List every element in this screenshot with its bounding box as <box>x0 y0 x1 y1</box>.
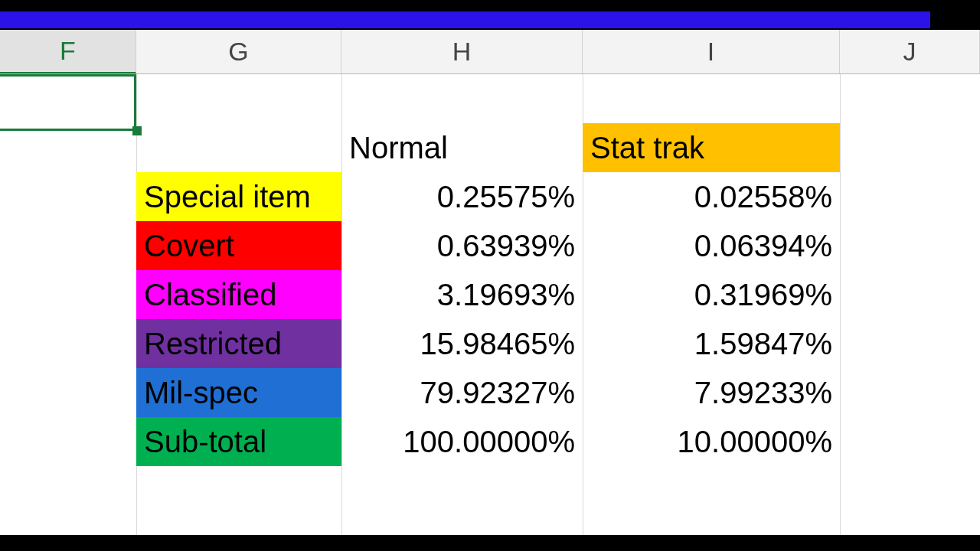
column-headers: F G H I J <box>0 30 980 74</box>
column-header-G[interactable]: G <box>136 30 341 73</box>
cell-stattrak-classified[interactable]: 0.31969% <box>583 270 840 319</box>
header-normal[interactable]: Normal <box>341 123 583 172</box>
cell-normal-covert[interactable]: 0.63939% <box>341 221 583 270</box>
cell-normal-restricted[interactable]: 15.98465% <box>341 319 583 368</box>
label-restricted[interactable]: Restricted <box>136 319 341 368</box>
label-covert[interactable]: Covert <box>136 221 341 270</box>
selected-cell[interactable] <box>0 74 136 131</box>
cell-normal-classified[interactable]: 3.19693% <box>341 270 583 319</box>
spreadsheet-area: F G H I J Normal Stat trak Special item … <box>0 30 980 535</box>
gridline <box>840 74 841 535</box>
letterbox-top <box>0 0 980 11</box>
fill-handle[interactable] <box>132 126 142 135</box>
column-header-J[interactable]: J <box>840 30 980 73</box>
column-header-I[interactable]: I <box>583 30 840 73</box>
cell-stattrak-covert[interactable]: 0.06394% <box>583 221 840 270</box>
cell-stattrak-restricted[interactable]: 1.59847% <box>583 319 840 368</box>
label-special-item[interactable]: Special item <box>136 172 341 221</box>
window-titlebar <box>0 11 930 30</box>
label-classified[interactable]: Classified <box>136 270 341 319</box>
header-stattrak[interactable]: Stat trak <box>583 123 840 172</box>
label-sub-total[interactable]: Sub-total <box>136 417 341 466</box>
column-header-H[interactable]: H <box>341 30 583 73</box>
column-header-F[interactable]: F <box>0 30 136 73</box>
cell-stattrak-mil-spec[interactable]: 7.99233% <box>583 368 840 417</box>
cell-stattrak-sub-total[interactable]: 10.00000% <box>583 417 840 466</box>
cell-normal-special-item[interactable]: 0.25575% <box>341 172 583 221</box>
grid-body[interactable]: Normal Stat trak Special item Covert Cla… <box>0 74 980 535</box>
cell-stattrak-special-item[interactable]: 0.02558% <box>583 172 840 221</box>
cell-normal-mil-spec[interactable]: 79.92327% <box>341 368 583 417</box>
cell-normal-sub-total[interactable]: 100.00000% <box>341 417 583 466</box>
label-mil-spec[interactable]: Mil-spec <box>136 368 341 417</box>
